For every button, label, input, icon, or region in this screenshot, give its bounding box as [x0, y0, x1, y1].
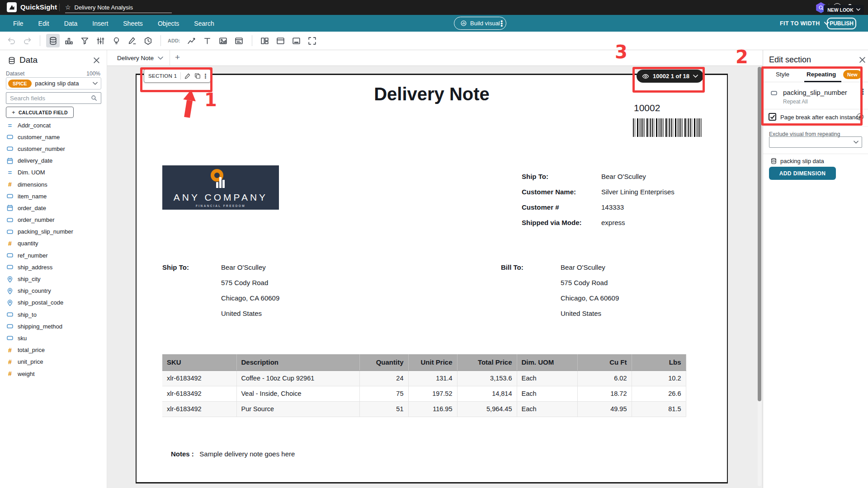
panel-dataset-name: packing slip data	[780, 158, 824, 164]
themes-icon[interactable]	[141, 34, 155, 47]
field-ship-to[interactable]: ship_to	[0, 309, 107, 320]
field-ship-postal-code[interactable]: ship_postal_code	[0, 297, 107, 309]
field-dim-uom[interactable]: = Dim. UOM	[0, 167, 107, 178]
layout-grid-icon[interactable]	[258, 34, 272, 47]
field-weight[interactable]: # weight	[0, 368, 107, 380]
canvas-scrollbar[interactable]	[758, 67, 761, 486]
field-customer-name[interactable]: customer_name	[0, 131, 107, 143]
geo-field-icon	[6, 276, 14, 283]
toolbar-divider	[160, 35, 161, 46]
text-icon[interactable]	[201, 34, 214, 47]
menu-edit[interactable]: Edit	[38, 20, 49, 27]
filter-icon[interactable]	[78, 34, 91, 47]
scrollbar-thumb[interactable]	[758, 67, 761, 401]
parameters-icon[interactable]	[94, 34, 107, 47]
date-field-icon	[6, 204, 14, 211]
address-line: United States	[221, 306, 279, 321]
company-logo: ANY COMPANY FINANCIAL FREEDOM	[162, 165, 279, 210]
layout-footer-icon[interactable]	[290, 34, 303, 47]
analysis-title-field[interactable]: ☆ Delivery Note Analysis	[65, 2, 172, 13]
custom-visual-icon[interactable]	[232, 34, 246, 47]
visuals-icon[interactable]	[62, 34, 75, 47]
field-addr-concat[interactable]: = Addr_concat	[0, 119, 107, 131]
menu-file[interactable]: File	[13, 20, 24, 27]
menubar-kebab-icon[interactable]: •••	[500, 20, 503, 27]
add-dimension-button[interactable]: ADD DIMENSION	[769, 167, 836, 180]
close-icon[interactable]	[93, 57, 100, 64]
number-field-icon: #	[6, 181, 14, 188]
menu-sheets[interactable]: Sheets	[123, 20, 143, 27]
chevron-down-icon	[693, 75, 698, 78]
field-ship-address[interactable]: ship_address	[0, 261, 107, 273]
field-delivery-date[interactable]: delivery_date	[0, 155, 107, 167]
app-name: QuickSight	[20, 3, 57, 11]
star-icon[interactable]: ☆	[65, 4, 71, 11]
edit-section-tabs: Style Repeating New	[763, 67, 868, 82]
undo-icon[interactable]	[5, 34, 18, 47]
edit-pencil-icon[interactable]	[184, 73, 191, 79]
new-look-toggle[interactable]: NEW LOOK	[824, 5, 864, 14]
menu-insert[interactable]: Insert	[92, 20, 108, 27]
section-header-pill[interactable]: SECTION 1 •••	[144, 69, 211, 83]
repeating-field-name[interactable]: packing_slip_number	[783, 89, 847, 96]
menu-search[interactable]: Search	[194, 20, 214, 27]
image-icon[interactable]	[217, 34, 230, 47]
build-visual-button[interactable]: Build visual	[454, 17, 506, 30]
database-icon	[8, 56, 16, 65]
barcode-image	[633, 118, 703, 137]
build-visual-label: Build visual	[470, 20, 500, 27]
dataset-selector[interactable]: SPICE packing slip data	[6, 77, 101, 89]
field-shipping-method[interactable]: shipping_method	[0, 320, 107, 332]
menu-items: FileEditDataInsertSheetsObjectsSearch	[13, 15, 214, 32]
fit-to-width-dropdown[interactable]: FIT TO WIDTH	[780, 20, 829, 27]
bill-to-block: Bill To: Bear O'Sculley575 Cody RoadChic…	[501, 260, 619, 321]
field-ship-country[interactable]: ship_country	[0, 285, 107, 297]
field-order-date[interactable]: order_date	[0, 202, 107, 214]
tab-delivery-note[interactable]: Delivery Note	[111, 50, 170, 66]
calculated-field-icon[interactable]	[125, 34, 139, 47]
page-break-checkbox[interactable]	[769, 113, 776, 121]
ship-to-block: Ship To: Bear O'Sculley575 Cody RoadChic…	[162, 260, 279, 321]
field-quantity[interactable]: # quantity	[0, 238, 107, 249]
info-icon[interactable]: i	[857, 113, 863, 120]
field-customer-number[interactable]: customer_number	[0, 143, 107, 155]
add-sheet-button[interactable]: +	[175, 52, 180, 62]
field-ref-number[interactable]: ref_number	[0, 249, 107, 261]
field-packing-slip-number[interactable]: packing_slip_number	[0, 226, 107, 238]
string-field-icon	[6, 263, 14, 271]
insights-icon[interactable]	[109, 34, 123, 47]
field-unit-price[interactable]: # unit_price	[0, 356, 107, 368]
field-kebab-icon[interactable]: •••	[862, 89, 864, 95]
fullscreen-icon[interactable]	[306, 34, 319, 47]
duplicate-icon[interactable]	[194, 73, 201, 79]
table-header-cu-ft: Cu Ft	[577, 354, 632, 371]
dataset-icon[interactable]	[46, 34, 60, 47]
line-chart-icon[interactable]	[185, 34, 198, 47]
close-icon[interactable]	[859, 56, 866, 63]
tab-style[interactable]: Style	[776, 71, 789, 78]
publish-button[interactable]: PUBLISH	[827, 18, 856, 29]
analysis-title[interactable]: Delivery Note Analysis	[75, 4, 133, 11]
quicksight-logo-icon[interactable]	[7, 2, 17, 12]
menu-objects[interactable]: Objects	[158, 20, 179, 27]
field-order-number[interactable]: order_number	[0, 214, 107, 226]
add-calculated-field-button[interactable]: + CALCULATED FIELD	[6, 107, 74, 118]
edit-section-panel: Edit section Style Repeating New packing…	[763, 50, 868, 488]
tab-repeating[interactable]: Repeating	[807, 71, 836, 78]
layout-header-icon[interactable]	[274, 34, 288, 47]
dataset-name: packing slip data	[35, 80, 89, 87]
field-total-price[interactable]: # total_price	[0, 344, 107, 356]
field-item-name[interactable]: item_name	[0, 190, 107, 202]
field-ship-city[interactable]: ship_city	[0, 273, 107, 285]
string-field-icon	[6, 228, 14, 235]
section-kebab-icon[interactable]: •••	[204, 73, 206, 79]
field-dimensions[interactable]: # dimensions	[0, 178, 107, 190]
search-fields-input[interactable]: Search fields	[6, 92, 101, 104]
redo-icon[interactable]	[20, 34, 34, 47]
info-row: Customer Name:Silver Lining Enterprises	[522, 184, 675, 199]
exclude-visual-dropdown[interactable]	[769, 136, 862, 148]
table-header-total-price: Total Price	[457, 354, 517, 371]
field-sku[interactable]: sku	[0, 332, 107, 344]
menu-data[interactable]: Data	[64, 20, 78, 27]
repeat-instance-pill[interactable]: 10002 1 of 18	[637, 70, 703, 83]
